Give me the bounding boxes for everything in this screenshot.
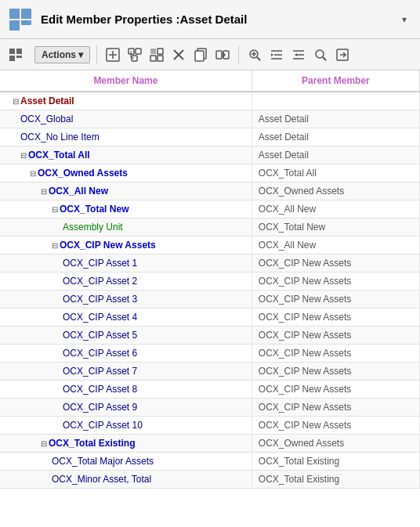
- grid-select-button[interactable]: [147, 45, 166, 64]
- svg-rect-16: [150, 49, 156, 54]
- table-row[interactable]: OCX_GlobalAsset Detail: [0, 110, 420, 128]
- member-name-text: OCX_Owned Assets: [38, 168, 128, 179]
- export-button[interactable]: [333, 45, 352, 64]
- parent-member-text: Asset Detail: [252, 146, 419, 164]
- member-name-text: OCX_Global: [20, 114, 73, 125]
- collapse-icon[interactable]: ⊟: [30, 169, 36, 178]
- table-row[interactable]: ⊟OCX_Total ExistingOCX_Owned Assets: [0, 435, 420, 453]
- collapse-icon[interactable]: ⊟: [52, 205, 58, 214]
- parent-member-text: OCX_CIP New Assets: [252, 381, 419, 399]
- member-name-text: OCX_CIP Asset 9: [63, 402, 137, 413]
- parent-member-text: OCX_CIP New Assets: [252, 417, 419, 435]
- toolbar-divider-2: [238, 45, 239, 64]
- member-name-text: OCX_CIP Asset 8: [63, 384, 137, 395]
- actions-label: Actions: [42, 49, 76, 60]
- table-row[interactable]: ⊟Asset Detail: [0, 92, 420, 110]
- toolbar-divider-1: [96, 45, 97, 64]
- member-name-text: OCX_Total Existing: [49, 438, 135, 449]
- table-row[interactable]: OCX_CIP Asset 6OCX_CIP New Assets: [0, 345, 420, 363]
- add-child-button[interactable]: [125, 45, 144, 64]
- member-name-text: OCX_CIP Asset 5: [63, 330, 137, 341]
- parent-member-text: OCX_CIP New Assets: [252, 273, 419, 291]
- indent-right-button[interactable]: [267, 45, 286, 64]
- table-row[interactable]: OCX_CIP Asset 5OCX_CIP New Assets: [0, 327, 420, 345]
- collapse-icon[interactable]: ⊟: [41, 439, 47, 448]
- member-name-text: OCX_CIP Asset 4: [63, 312, 137, 323]
- search-button[interactable]: [311, 45, 330, 64]
- parent-member-text: OCX_CIP New Assets: [252, 254, 419, 273]
- svg-rect-4: [9, 49, 15, 54]
- table-row[interactable]: OCX_CIP Asset 4OCX_CIP New Assets: [0, 309, 420, 327]
- collapse-icon[interactable]: ⊟: [20, 151, 27, 160]
- parent-member-text: OCX_Total All: [252, 164, 419, 182]
- table-row[interactable]: ⊟OCX_Owned AssetsOCX_Total All: [0, 164, 420, 182]
- member-name-text: OCX_Total All: [28, 150, 90, 161]
- svg-rect-0: [9, 9, 20, 19]
- table-row[interactable]: OCX_CIP Asset 10OCX_CIP New Assets: [0, 417, 420, 435]
- svg-rect-3: [21, 20, 31, 25]
- parent-member-text: Asset Detail: [252, 110, 419, 128]
- table-row[interactable]: OCX_Minor Asset, TotalOCX_Total Existing: [0, 471, 420, 489]
- header-dropdown-btn[interactable]: ▾: [396, 12, 412, 27]
- table-row[interactable]: ⊟OCX_Total NewOCX_All New: [0, 200, 420, 218]
- parent-member-text: OCX_Total Existing: [252, 471, 419, 489]
- member-name-text: OCX_CIP Asset 10: [63, 420, 143, 431]
- member-table: Member Name Parent Member ⊟Asset DetailO…: [0, 70, 420, 489]
- table-row[interactable]: ⊟OCX_CIP New AssetsOCX_All New: [0, 236, 420, 254]
- svg-line-28: [257, 57, 260, 60]
- collapse-icon[interactable]: ⊟: [13, 97, 19, 106]
- collapse-icon[interactable]: ⊟: [41, 187, 47, 196]
- member-name-text: OCX_Total New: [60, 204, 129, 215]
- table-row[interactable]: OCX_CIP Asset 7OCX_CIP New Assets: [0, 363, 420, 381]
- table-row[interactable]: ⊟OCX_Total AllAsset Detail: [0, 146, 420, 164]
- table-row[interactable]: OCX_Total Major AssetsOCX_Total Existing: [0, 453, 420, 471]
- actions-button[interactable]: Actions ▾: [34, 46, 90, 63]
- table-row[interactable]: OCX_CIP Asset 9OCX_CIP New Assets: [0, 399, 420, 417]
- toolbar: Actions ▾: [0, 39, 420, 70]
- table-row[interactable]: OCX_CIP Asset 3OCX_CIP New Assets: [0, 291, 420, 309]
- table-row[interactable]: Assembly UnitOCX_Total New: [0, 218, 420, 236]
- table-header-row: Member Name Parent Member: [0, 70, 420, 92]
- member-name-text: OCX_CIP Asset 1: [63, 258, 137, 269]
- svg-rect-7: [16, 56, 22, 58]
- copy-button[interactable]: [191, 45, 210, 64]
- member-name-text: OCX_CIP Asset 2: [63, 276, 137, 287]
- parent-member-text: OCX_CIP New Assets: [252, 291, 419, 309]
- move-button[interactable]: [213, 45, 232, 64]
- parent-member-text: OCX_CIP New Assets: [252, 327, 419, 345]
- sidebar-toggle-icon[interactable]: [6, 45, 25, 64]
- svg-rect-18: [150, 56, 156, 61]
- svg-line-38: [323, 57, 326, 60]
- svg-point-37: [316, 50, 324, 58]
- parent-member-text: OCX_All New: [252, 236, 419, 254]
- svg-rect-19: [158, 56, 163, 61]
- table-row[interactable]: OCX_CIP Asset 1OCX_CIP New Assets: [0, 254, 420, 273]
- zoom-in-button[interactable]: [245, 45, 264, 64]
- member-name-text: OCX_All New: [49, 186, 108, 197]
- delete-button[interactable]: [169, 45, 188, 64]
- parent-member-text: OCX_CIP New Assets: [252, 345, 419, 363]
- svg-rect-6: [9, 56, 15, 61]
- table-row[interactable]: OCX_No Line ItemAsset Detail: [0, 128, 420, 146]
- member-name-text: OCX_CIP Asset 3: [63, 294, 137, 305]
- table-row[interactable]: ⊟OCX_All NewOCX_Owned Assets: [0, 182, 420, 200]
- member-name-text: OCX_Minor Asset, Total: [52, 474, 151, 485]
- member-name-text: Asset Detail: [20, 96, 74, 106]
- collapse-icon[interactable]: ⊟: [52, 241, 58, 250]
- parent-member-text: OCX_Owned Assets: [252, 435, 419, 453]
- svg-rect-17: [158, 49, 163, 54]
- member-name-text: OCX_CIP Asset 6: [63, 348, 137, 359]
- parent-member-text: OCX_CIP New Assets: [252, 363, 419, 381]
- svg-rect-5: [16, 49, 22, 54]
- parent-member-text: OCX_CIP New Assets: [252, 309, 419, 327]
- indent-left-button[interactable]: [289, 45, 308, 64]
- actions-arrow: ▾: [78, 49, 83, 60]
- parent-member-text: OCX_CIP New Assets: [252, 399, 419, 417]
- header-bar: Edit Member Properties :Asset Detail ▾: [0, 0, 420, 39]
- page-title: Edit Member Properties :Asset Detail: [41, 13, 396, 26]
- add-member-button[interactable]: [103, 45, 122, 64]
- table-row[interactable]: OCX_CIP Asset 2OCX_CIP New Assets: [0, 273, 420, 291]
- member-name-text: OCX_CIP New Assets: [60, 240, 156, 251]
- parent-member-text: [252, 92, 419, 110]
- table-row[interactable]: OCX_CIP Asset 8OCX_CIP New Assets: [0, 381, 420, 399]
